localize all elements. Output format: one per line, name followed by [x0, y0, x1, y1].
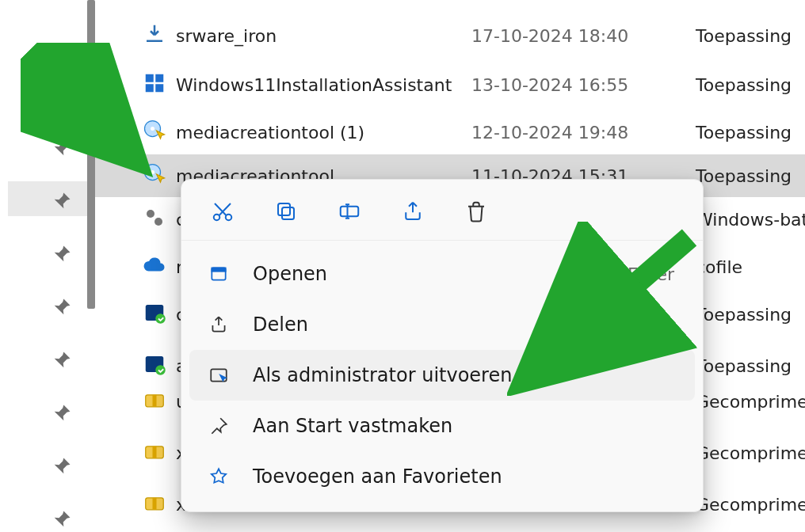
context-item-star[interactable]: Toevoegen aan Favorieten — [189, 451, 695, 502]
svg-rect-0 — [146, 74, 154, 82]
context-item-admin[interactable]: Als administrator uitvoeren — [189, 350, 695, 401]
file-icon — [143, 388, 170, 415]
star-icon — [207, 465, 231, 488]
context-item-label: Toevoegen aan Favorieten — [253, 466, 502, 488]
context-toolbar — [181, 180, 703, 241]
pin-icon[interactable] — [51, 508, 73, 530]
file-name: mediacreationtool (1) — [176, 123, 364, 142]
pin-icon[interactable] — [51, 296, 73, 318]
file-icon — [143, 352, 170, 379]
file-type: Toepassing — [696, 356, 792, 376]
file-type: Gecomprime — [696, 443, 805, 463]
svg-point-11 — [155, 314, 166, 324]
file-name: Windows11InstallationAssistant — [176, 75, 452, 95]
svg-point-8 — [147, 210, 155, 218]
sidebar-scrollbar[interactable] — [87, 0, 95, 309]
svg-rect-17 — [153, 446, 157, 458]
sidebar — [0, 0, 87, 532]
cut-icon[interactable] — [208, 197, 237, 226]
delete-icon[interactable] — [462, 197, 490, 226]
svg-point-9 — [155, 218, 162, 226]
copy-icon[interactable] — [272, 197, 300, 226]
file-row[interactable]: Windows11InstallationAssistant13-10-2024… — [95, 63, 805, 106]
admin-icon — [207, 363, 231, 387]
file-icon — [143, 162, 170, 189]
file-icon — [143, 439, 170, 466]
pin-icon — [207, 414, 231, 438]
file-type: Toepassing — [696, 166, 792, 186]
context-items: OpenenEnterDelenAls administrator uitvoe… — [181, 241, 703, 511]
rename-icon[interactable] — [335, 197, 364, 226]
file-icon — [143, 253, 170, 280]
pin-icon[interactable] — [51, 137, 73, 159]
context-item-shortcut: Enter — [628, 264, 674, 284]
file-type: Gecomprime — [696, 392, 805, 412]
pin-icon[interactable] — [51, 455, 73, 477]
file-icon — [143, 119, 170, 146]
svg-rect-19 — [153, 498, 157, 510]
file-type: Toepassing — [696, 75, 792, 95]
context-item-share[interactable]: Delen — [189, 299, 695, 350]
pin-icon[interactable] — [51, 243, 73, 265]
svg-point-7 — [151, 170, 155, 174]
file-date: 17-10-2024 18:40 — [471, 26, 628, 46]
svg-point-20 — [214, 215, 220, 221]
svg-rect-22 — [282, 207, 294, 219]
pin-icon[interactable] — [51, 349, 73, 371]
context-item-label: Delen — [253, 314, 308, 336]
context-item-label: Openen — [253, 263, 327, 285]
svg-point-21 — [226, 215, 232, 221]
file-type: Toepassing — [696, 26, 792, 46]
svg-rect-15 — [153, 395, 157, 407]
context-item-pin[interactable]: Aan Start vastmaken — [189, 401, 695, 451]
file-type: Windows-bat — [696, 210, 805, 230]
sidebar-selected-item[interactable] — [8, 181, 87, 216]
svg-rect-23 — [278, 203, 290, 215]
file-name: srware_iron — [176, 26, 277, 46]
file-icon — [143, 22, 170, 49]
open-icon — [207, 262, 231, 286]
svg-rect-1 — [155, 74, 163, 82]
file-type: Toepassing — [696, 305, 792, 325]
svg-rect-26 — [212, 268, 225, 271]
file-type: Gecomprime — [696, 495, 805, 515]
pin-icon[interactable] — [51, 190, 73, 212]
share-icon — [207, 313, 231, 336]
file-date: 13-10-2024 16:55 — [471, 75, 628, 95]
file-icon — [143, 301, 170, 328]
file-icon — [143, 71, 170, 98]
svg-rect-2 — [146, 84, 154, 92]
context-item-label: Als administrator uitvoeren — [253, 364, 512, 386]
file-row[interactable]: srware_iron17-10-2024 18:40Toepassing — [95, 14, 805, 57]
file-icon — [143, 206, 170, 233]
svg-point-13 — [155, 365, 166, 375]
file-type: Toepassing — [696, 123, 792, 142]
file-row[interactable]: mediacreationtool (1)12-10-2024 19:48Toe… — [95, 111, 805, 154]
pin-icon[interactable] — [51, 402, 73, 424]
share-icon[interactable] — [399, 197, 427, 226]
context-item-label: Aan Start vastmaken — [253, 415, 452, 437]
svg-rect-24 — [341, 207, 359, 217]
context-menu: OpenenEnterDelenAls administrator uitvoe… — [181, 179, 704, 512]
file-date: 12-10-2024 19:48 — [471, 123, 628, 142]
svg-point-5 — [151, 127, 155, 131]
context-item-open[interactable]: OpenenEnter — [189, 249, 695, 299]
file-icon — [143, 491, 170, 518]
svg-rect-3 — [155, 84, 163, 92]
